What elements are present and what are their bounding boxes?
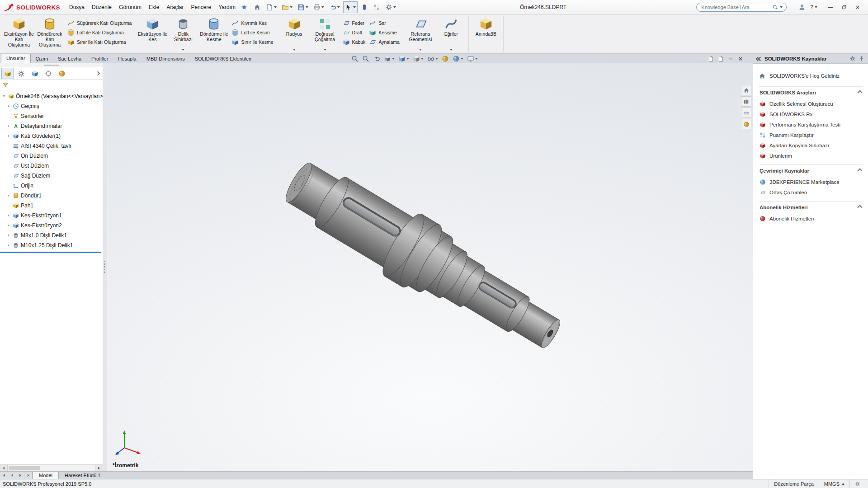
ribbon-button-small[interactable]: Draft xyxy=(343,28,366,36)
scroll-right-icon[interactable] xyxy=(95,465,103,471)
expand-icon[interactable] xyxy=(8,214,9,217)
menu-item[interactable]: Görünüm xyxy=(115,3,145,12)
displaymanager-tab-icon[interactable] xyxy=(56,68,68,79)
options-icon[interactable] xyxy=(383,1,398,13)
ribbon-button-small[interactable]: Feder xyxy=(343,19,366,27)
zoom-fit-icon[interactable] xyxy=(350,55,359,62)
ribbon-button[interactable]: Ekstrüzyon İle Katı Oluşturma xyxy=(4,16,34,52)
ribbon-button[interactable]: Döndürme ile Kesme xyxy=(199,16,229,52)
ribbon-button[interactable]: Eğriler xyxy=(436,16,466,52)
section-view-icon[interactable] xyxy=(383,55,396,62)
collapse-icon[interactable] xyxy=(3,95,5,97)
taskpane-item[interactable]: Ayarları Kopyala Sihirbazı xyxy=(759,140,863,150)
last-model-tab-icon[interactable] xyxy=(24,472,33,479)
ribbon-button[interactable]: Delik Sihirbazı xyxy=(168,16,198,52)
taskpane-item[interactable]: Abonelik Hizmetleri xyxy=(759,213,863,224)
tree-item[interactable]: Pah1 xyxy=(0,201,103,211)
close-panel-icon[interactable] xyxy=(737,56,744,62)
display-style-icon[interactable] xyxy=(412,55,425,62)
commandmanager-tab[interactable]: MBD Dimensions xyxy=(142,54,190,63)
open-document-icon[interactable] xyxy=(280,1,294,13)
tree-item[interactable]: M10x1.25 Dişli Delik1 xyxy=(0,240,103,250)
taskpane-pin-icon[interactable] xyxy=(859,56,865,62)
ribbon-button[interactable]: Referans Geometrisi xyxy=(406,16,435,52)
search-scope-dropdown-icon[interactable] xyxy=(780,6,783,8)
expand-icon[interactable] xyxy=(8,244,9,247)
taskpane-item[interactable]: 3DEXPERIENCE Marketplace xyxy=(759,177,863,187)
ribbon-button-small[interactable]: Loft ile Katı Oluşturma xyxy=(67,28,132,36)
model-tab[interactable]: Model xyxy=(33,472,59,479)
help-menu[interactable]: ? xyxy=(810,4,817,10)
ribbon-button-small[interactable]: Sar xyxy=(369,19,400,27)
menu-item[interactable]: Dosya xyxy=(66,3,88,12)
design-library-tab-icon[interactable] xyxy=(741,96,751,107)
taskpane-options-icon[interactable] xyxy=(849,56,856,62)
collapse-section-icon[interactable] xyxy=(857,205,862,210)
featuremanager-tab-icon[interactable] xyxy=(1,68,14,79)
graphics-viewport[interactable]: *İzometrik xyxy=(107,63,753,471)
tree-item[interactable]: Detaylandırmalar xyxy=(0,121,103,131)
next-model-tab-icon[interactable] xyxy=(16,472,24,479)
manager-tabs-expand-icon[interactable] xyxy=(96,71,100,76)
tree-item[interactable]: Üst Düzlem xyxy=(0,161,103,171)
new-document-icon[interactable] xyxy=(264,1,278,13)
previous-view-icon[interactable] xyxy=(372,55,381,62)
panel-splitter[interactable] xyxy=(103,63,107,471)
welcome-link[interactable]: SOLIDWORKS'e Hoş Geldiniz xyxy=(759,69,863,83)
dropdown-icon[interactable] xyxy=(182,49,184,51)
close-button[interactable] xyxy=(851,1,864,13)
model-tab[interactable]: Hareket Etüdü 1 xyxy=(59,472,107,479)
menu-item[interactable]: Araçlar xyxy=(163,3,187,12)
dropdown-icon[interactable] xyxy=(324,49,326,51)
ribbon-button-small[interactable]: Süpürerek Katı Oluşturma xyxy=(67,19,132,27)
first-model-tab-icon[interactable] xyxy=(0,472,8,479)
taskpane-item[interactable]: SOLIDWORKS Rx xyxy=(759,109,863,119)
search-icon[interactable] xyxy=(773,5,778,10)
commandmanager-tab[interactable]: Unsurlar xyxy=(1,54,31,63)
undo-icon[interactable] xyxy=(327,1,342,13)
expand-icon[interactable] xyxy=(8,105,9,108)
tree-item[interactable]: Kes-Ekstrüzyon1 xyxy=(0,211,103,221)
ribbon-button-small[interactable]: Sınır ile Katı Oluşturma xyxy=(67,38,132,46)
taskpane-section-header[interactable]: SOLIDWORKS Araçları xyxy=(759,86,863,99)
dropdown-icon[interactable] xyxy=(419,49,422,51)
commandmanager-tab[interactable]: Sac Levha xyxy=(53,54,86,63)
shaft-model[interactable] xyxy=(275,148,573,367)
dropdown-icon[interactable] xyxy=(450,49,453,51)
filter-icon[interactable] xyxy=(2,82,9,88)
pin-menu-icon[interactable] xyxy=(241,4,247,10)
display-settings-icon[interactable] xyxy=(371,1,382,13)
select-icon[interactable] xyxy=(343,1,358,13)
print-icon[interactable] xyxy=(311,1,326,13)
expand-icon[interactable] xyxy=(8,135,9,137)
ribbon-button[interactable]: Radyus xyxy=(279,16,309,52)
collapse-section-icon[interactable] xyxy=(857,90,862,95)
ribbon-button[interactable]: Anında3B xyxy=(471,16,501,52)
scrollbar-thumb[interactable] xyxy=(9,466,40,470)
menu-item[interactable]: Ekle xyxy=(145,3,163,12)
file-explorer-tab-icon[interactable] xyxy=(741,108,751,118)
tree-root-item[interactable]: Örnek246 (Varsayılan<<Varsayılan>_G xyxy=(0,91,103,101)
view-orientation-icon[interactable] xyxy=(397,55,410,62)
edit-appearance-icon[interactable] xyxy=(441,55,450,62)
taskpane-item[interactable]: Ürünlerim xyxy=(759,150,863,161)
ribbon-button-small[interactable]: Kesişme xyxy=(369,28,400,36)
ribbon-button-small[interactable]: Loft ile Kesim xyxy=(231,28,273,36)
restore-button[interactable] xyxy=(837,1,851,13)
commandmanager-tab[interactable]: Çizim xyxy=(31,54,53,63)
apply-scene-icon[interactable] xyxy=(452,55,464,62)
resource-monitor-icon[interactable] xyxy=(359,1,370,13)
collapse-taskpane-icon[interactable] xyxy=(756,56,761,61)
ribbon-button-small[interactable]: Kabuk xyxy=(343,38,366,46)
hide-show-items-icon[interactable] xyxy=(426,55,439,62)
taskpane-section-header[interactable]: Çevrimiçi Kaynaklar xyxy=(759,164,863,177)
taskpane-item[interactable]: Puanımı Karşılaştır xyxy=(759,130,863,140)
commandmanager-tab[interactable]: Hesapla xyxy=(113,54,141,63)
propertymanager-tab-icon[interactable] xyxy=(15,68,28,79)
tree-item[interactable]: Kes-Ekstrüzyon2 xyxy=(0,221,103,230)
tree-filter[interactable] xyxy=(0,80,103,90)
ribbon-button[interactable]: Döndürerek Katı Oluşturma xyxy=(35,16,65,52)
taskpane-item[interactable]: Özellik Sekmesi Oluşturucu xyxy=(759,99,863,109)
minimize-button[interactable] xyxy=(824,1,837,13)
prev-model-tab-icon[interactable] xyxy=(8,472,16,479)
